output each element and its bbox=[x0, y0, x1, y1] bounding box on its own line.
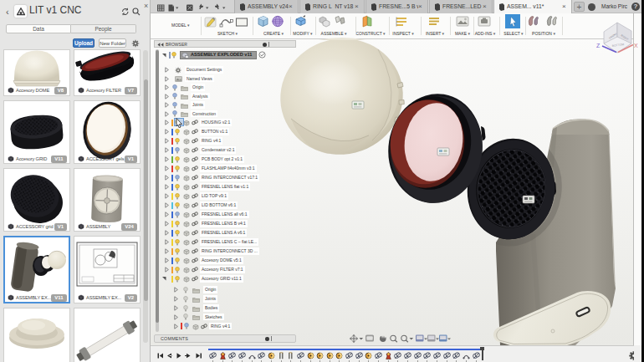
svg-text:X: X bbox=[634, 43, 638, 48]
svg-text:Z: Z bbox=[596, 43, 601, 48]
